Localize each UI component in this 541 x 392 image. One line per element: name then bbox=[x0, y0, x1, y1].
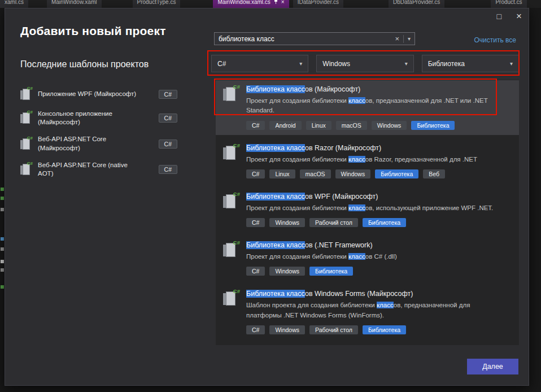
template-icon: C# bbox=[222, 290, 239, 307]
editor-tab[interactable]: ProductType.cs bbox=[133, 0, 181, 8]
recent-template-item[interactable]: C#Приложение WPF (Майкрософт)C# bbox=[20, 88, 177, 101]
template-tag[interactable]: Библиотека bbox=[309, 267, 353, 276]
template-tag[interactable]: Веб bbox=[423, 169, 445, 178]
text-part: ов Windows Forms (Майкрософт) bbox=[305, 290, 413, 298]
search-dropdown-icon[interactable]: ▾ bbox=[404, 33, 415, 45]
recent-template-item[interactable]: C#Веб-API ASP.NET Core (native AOT)C# bbox=[20, 161, 177, 178]
pin-icon[interactable] bbox=[274, 0, 278, 5]
template-tag[interactable]: Android bbox=[269, 121, 301, 130]
maximize-icon[interactable]: □ bbox=[497, 11, 501, 21]
template-search-box[interactable]: × ▾ bbox=[214, 32, 415, 45]
template-tag[interactable]: Windows bbox=[269, 267, 305, 276]
editor-tab[interactable]: MainWindow.xaml.cs× bbox=[213, 0, 289, 8]
template-tag[interactable]: Библиотека bbox=[411, 121, 455, 130]
search-clear-icon[interactable]: × bbox=[391, 33, 403, 45]
recent-template-label: Веб-API ASP.NET Core (native AOT) bbox=[38, 161, 141, 178]
recent-template-item[interactable]: C#Веб-API ASP.NET Core (Майкрософт)C# bbox=[20, 135, 177, 152]
template-tag[interactable]: C# bbox=[246, 121, 265, 130]
recent-template-label: Консольное приложение (Майкрософт) bbox=[38, 110, 141, 127]
language-badge: C# bbox=[159, 114, 177, 123]
template-tags: C#AndroidLinuxmacOSWindowsБиблиотека bbox=[246, 121, 513, 130]
template-icon: C# bbox=[20, 163, 32, 176]
template-tag[interactable]: Linux bbox=[306, 121, 331, 130]
language-filter[interactable]: C#▾ bbox=[211, 55, 308, 72]
platform-filter[interactable]: Windows▾ bbox=[316, 55, 413, 72]
filter-value: Библиотека bbox=[428, 60, 465, 68]
filter-row: C#▾Windows▾Библиотека▾ bbox=[211, 55, 519, 72]
csharp-mark-icon: C# bbox=[233, 142, 240, 149]
clear-all-link[interactable]: Очистить все bbox=[474, 36, 516, 44]
tab-label: MainWindow.xaml.cs bbox=[217, 0, 270, 6]
template-tag[interactable]: Библиотека bbox=[375, 169, 418, 178]
template-description: Шаблон проекта для создания библиотеки к… bbox=[246, 300, 496, 320]
recent-template-item[interactable]: C#Консольное приложение (Майкрософт)C# bbox=[20, 110, 177, 127]
text-part: класс bbox=[348, 204, 365, 211]
template-tag[interactable]: Windows bbox=[372, 121, 407, 130]
language-badge: C# bbox=[159, 140, 177, 149]
template-tag[interactable]: Рабочий стол bbox=[309, 325, 358, 334]
text-part: класс bbox=[348, 156, 365, 163]
csharp-mark-icon: C# bbox=[233, 191, 240, 197]
template-title: Библиотека классов WPF (Майкрософт) bbox=[246, 193, 513, 201]
text-part: Библиотека класс bbox=[246, 290, 305, 298]
editor-tab[interactable]: IDataProvider.cs bbox=[293, 0, 343, 8]
chevron-down-icon: ▾ bbox=[510, 60, 513, 67]
text-part: Проект для создания библиотеки bbox=[246, 156, 348, 163]
template-result-item[interactable]: C#Библиотека настраиваемых элементов упр… bbox=[216, 343, 519, 345]
tab-label: ProductType.cs bbox=[137, 0, 176, 6]
code-fragment bbox=[1, 247, 4, 251]
recent-template-label: Приложение WPF (Майкрософт) bbox=[38, 90, 141, 98]
close-icon[interactable]: × bbox=[516, 11, 522, 21]
template-result-body: Библиотека классов (.NET Framework)Проек… bbox=[246, 241, 513, 276]
template-tag[interactable]: Рабочий стол bbox=[309, 218, 358, 227]
editor-tab[interactable]: MainWindow.xaml bbox=[47, 0, 102, 8]
template-icon: C# bbox=[222, 85, 239, 102]
template-tags: C#WindowsРабочий столБиблиотека bbox=[246, 218, 513, 227]
template-tag[interactable]: macOS bbox=[336, 121, 367, 130]
language-badge: C# bbox=[159, 90, 177, 99]
template-description: Проект для создания библиотеки классов C… bbox=[246, 252, 496, 262]
editor-tab[interactable]: DbDataProvider.cs bbox=[389, 0, 444, 8]
template-tag[interactable]: macOS bbox=[300, 169, 331, 178]
template-tag[interactable]: C# bbox=[246, 218, 265, 227]
next-button[interactable]: Далее bbox=[467, 359, 518, 374]
code-fragment bbox=[1, 188, 4, 191]
editor-tab[interactable]: xaml.cs bbox=[0, 0, 28, 8]
template-result-item[interactable]: C#Библиотека классов (Майкрософт)Проект … bbox=[216, 80, 519, 135]
template-icon: C# bbox=[20, 88, 32, 101]
csharp-mark-icon: C# bbox=[233, 239, 240, 246]
code-fragment bbox=[1, 268, 4, 272]
template-result-item[interactable]: C#Библиотека классов WPF (Майкрософт)Про… bbox=[216, 188, 519, 232]
template-tag[interactable]: C# bbox=[246, 267, 265, 276]
dialog-title: Добавить новый проект bbox=[20, 24, 166, 38]
close-icon[interactable]: × bbox=[281, 0, 285, 6]
template-tag[interactable]: C# bbox=[246, 325, 265, 334]
template-icon: C# bbox=[222, 193, 239, 210]
background-code-sliver bbox=[0, 169, 5, 339]
tab-label: xaml.cs bbox=[5, 0, 24, 6]
text-part: класс bbox=[348, 253, 365, 260]
template-tag[interactable]: Windows bbox=[335, 169, 371, 178]
template-result-item[interactable]: C#Библиотека классов Windows Forms (Майк… bbox=[216, 285, 519, 339]
template-result-item[interactable]: C#Библиотека классов (.NET Framework)Про… bbox=[216, 236, 519, 281]
text-part: ов (Майкрософт) bbox=[305, 85, 360, 93]
template-tags: C#WindowsБиблиотека bbox=[246, 267, 513, 276]
template-search-input[interactable] bbox=[215, 35, 391, 43]
template-tag[interactable]: Linux bbox=[269, 169, 295, 178]
text-part: Проект для создания библиотеки bbox=[246, 204, 348, 211]
template-icon: C# bbox=[20, 137, 32, 151]
editor-tab[interactable]: Product.cs bbox=[491, 0, 526, 8]
template-tag[interactable]: Библиотека bbox=[363, 325, 406, 334]
text-part: Библиотека класс bbox=[246, 144, 305, 152]
text-part: Проект для создания библиотеки bbox=[246, 253, 348, 260]
template-description: Проект для создания библиотеки классов, … bbox=[246, 203, 496, 213]
project-type-filter[interactable]: Библиотека▾ bbox=[422, 55, 519, 72]
template-tag[interactable]: Windows bbox=[269, 325, 305, 334]
csharp-mark-icon: C# bbox=[27, 110, 33, 115]
template-tag[interactable]: Библиотека bbox=[363, 218, 406, 227]
template-result-item[interactable]: C#Библиотека классов Razor (Майкрософт)П… bbox=[216, 139, 519, 184]
template-tag[interactable]: C# bbox=[246, 169, 265, 178]
template-title: Библиотека классов Razor (Майкрософт) bbox=[246, 144, 513, 152]
template-result-body: Библиотека классов Windows Forms (Майкро… bbox=[246, 290, 513, 334]
template-tag[interactable]: Windows bbox=[269, 218, 305, 227]
